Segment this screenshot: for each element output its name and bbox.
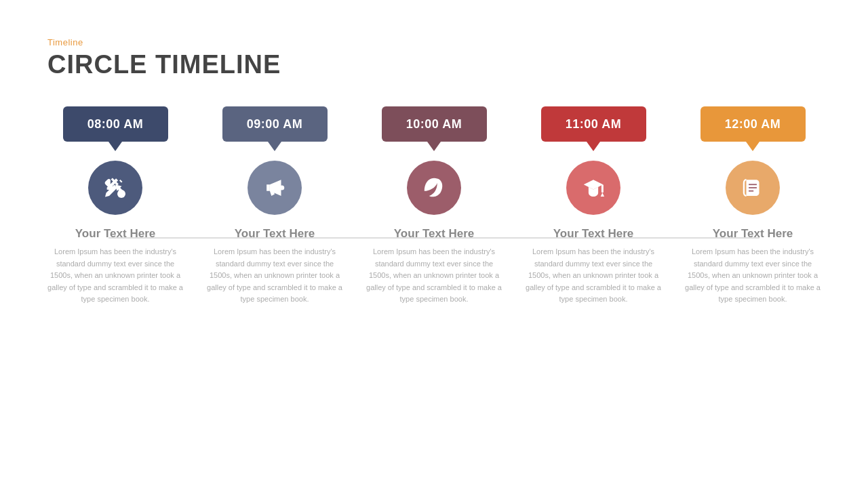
timeline-item-3: 10:00 AM Your Text Here Lorem Ipsum has …	[366, 106, 502, 306]
time-1: 08:00 AM	[87, 117, 143, 131]
item-desc-4: Lorem Ipsum has been the industry's stan…	[526, 246, 661, 306]
bubble-1: 08:00 AM	[63, 106, 168, 142]
bubble-2: 09:00 AM	[222, 106, 328, 142]
item-title-3: Your Text Here	[394, 227, 474, 241]
time-4: 11:00 AM	[566, 117, 621, 131]
circle-3	[407, 161, 461, 215]
circle-5	[726, 161, 780, 215]
timeline-container: 08:00 AM Your Text Here	[47, 106, 821, 306]
item-desc-5: Lorem Ipsum has been the industry's stan…	[685, 246, 821, 306]
svg-rect-3	[601, 184, 604, 192]
time-5: 12:00 AM	[725, 117, 781, 131]
svg-marker-4	[601, 192, 604, 197]
circle-4	[566, 161, 620, 215]
timeline-item-2: 09:00 AM Your Text Here Lorem Ipsum has …	[207, 106, 342, 306]
megaphone-icon	[262, 175, 288, 201]
timeline-item-5: 12:00 AM Your Text Here Lorem Ipsum has …	[685, 106, 821, 306]
tools-icon-svg	[102, 175, 128, 201]
item-title-2: Your Text Here	[235, 227, 315, 241]
item-desc-1: Lorem Ipsum has been the industry's stan…	[47, 246, 183, 306]
item-desc-3: Lorem Ipsum has been the industry's stan…	[366, 246, 502, 306]
section-label: Timeline	[47, 37, 821, 47]
bubble-5: 12:00 AM	[701, 106, 806, 142]
item-title-1: Your Text Here	[75, 227, 155, 241]
item-title-5: Your Text Here	[713, 227, 793, 241]
time-2: 09:00 AM	[247, 117, 302, 131]
page: Timeline CIRCLE TIMELINE 08:00 AM	[0, 0, 868, 488]
item-desc-2: Lorem Ipsum has been the industry's stan…	[207, 246, 342, 306]
svg-marker-2	[584, 180, 604, 189]
timeline-item-1: 08:00 AM Your Text Here	[47, 106, 183, 306]
item-title-4: Your Text Here	[553, 227, 633, 241]
bubble-4: 11:00 AM	[541, 106, 646, 142]
book-icon	[740, 175, 766, 201]
svg-point-1	[279, 185, 284, 190]
circle-2	[248, 161, 302, 215]
circle-1	[88, 161, 142, 215]
time-3: 10:00 AM	[406, 117, 462, 131]
leaf-icon	[421, 175, 447, 201]
bubble-3: 10:00 AM	[382, 106, 487, 142]
page-title: CIRCLE TIMELINE	[47, 50, 821, 79]
timeline-item-4: 11:00 AM Your Text Here Lorem Ipsum has …	[526, 106, 661, 306]
graduation-icon	[580, 175, 606, 201]
